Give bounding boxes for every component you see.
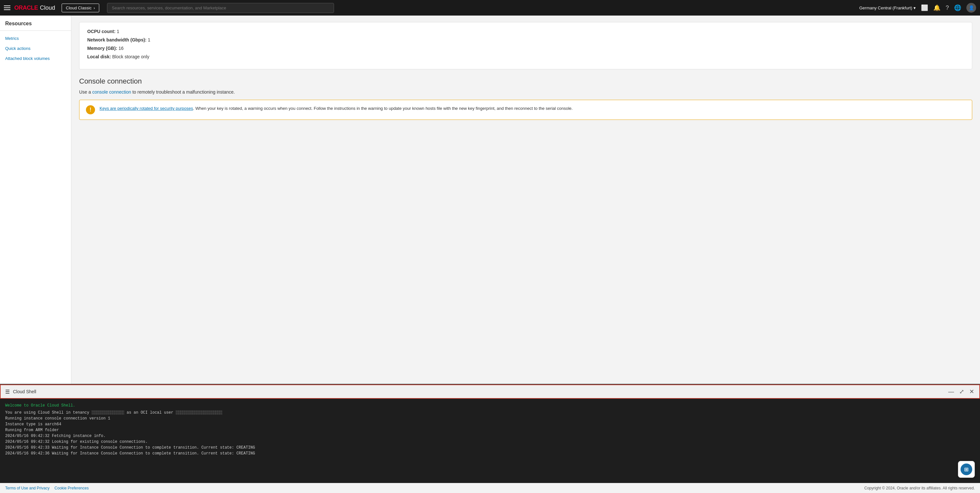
region-label: Germany Central (Frankfurt)	[859, 5, 912, 10]
nav-right-controls: Germany Central (Frankfurt) ▾ ⬜ 🔔 ? 🌐 👤	[859, 3, 976, 13]
help-icon[interactable]: ?	[946, 5, 949, 11]
search-bar[interactable]	[107, 3, 334, 13]
memory-row: Memory (GB): 16	[87, 46, 964, 51]
description-prefix: Use a	[79, 89, 92, 95]
sidebar-item-attached-block-volumes[interactable]: Attached block volumes	[0, 54, 71, 63]
terminal-line: 2024/05/16 09:42:32 Looking for existing…	[5, 439, 975, 445]
cookie-link[interactable]: Cookie Preferences	[54, 486, 89, 490]
warning-text: Keys are periodically rotated for securi…	[100, 105, 573, 112]
network-value: 1	[148, 37, 151, 43]
memory-value: 16	[118, 46, 124, 51]
content-area: Resources Metrics Quick actions Attached…	[0, 16, 980, 384]
globe-icon[interactable]: 🌐	[954, 4, 961, 11]
terminal-line: Instance type is aarch64	[5, 422, 975, 427]
help-bubble-icon: ⊞	[961, 463, 972, 475]
user-icon: 👤	[969, 5, 974, 10]
footer-copyright: Copyright © 2024, Oracle and/or its affi…	[864, 486, 975, 490]
chevron-down-icon: ▾	[913, 5, 916, 10]
sidebar-title: Resources	[0, 21, 71, 31]
local-disk-label: Local disk:	[87, 54, 111, 59]
cloud-shell-header: ☰ Cloud Shell — ⤢ ✕	[0, 385, 980, 399]
console-connection-section: Console connection Use a console connect…	[79, 77, 972, 120]
top-navigation: ORACLE Cloud Cloud Classic › Germany Cen…	[0, 0, 980, 16]
search-input[interactable]	[107, 3, 334, 13]
footer: Terms of Use and Privacy Cookie Preferen…	[0, 483, 980, 493]
ocpu-label: OCPU count:	[87, 29, 115, 34]
local-disk-value: Block storage only	[112, 54, 149, 59]
cloud-shell-hamburger-icon[interactable]: ☰	[5, 389, 10, 395]
help-bubble[interactable]: ⊞	[958, 461, 975, 478]
cloud-classic-button[interactable]: Cloud Classic ›	[62, 3, 99, 12]
main-content: OCPU count: 1 Network bandwidth (Gbps): …	[72, 16, 980, 384]
warning-body: . When your key is rotated, a warning oc…	[193, 106, 573, 111]
description-suffix: to remotely troubleshoot a malfunctionin…	[131, 89, 235, 95]
ocpu-count-row: OCPU count: 1	[87, 29, 964, 34]
hamburger-menu-icon[interactable]	[4, 5, 10, 10]
terminal-line: Running instance console connection vers…	[5, 415, 975, 422]
cloud-shell-title: Cloud Shell	[13, 389, 36, 394]
local-disk-row: Local disk: Block storage only	[87, 54, 964, 59]
network-label: Network bandwidth (Gbps):	[87, 37, 146, 43]
memory-label: Memory (GB):	[87, 46, 118, 51]
shell-controls: — ⤢ ✕	[948, 387, 975, 396]
close-button[interactable]: ✕	[969, 387, 975, 396]
terminal-line: 2024/05/16 09:42:33 Waiting for Instance…	[5, 445, 975, 450]
warning-icon: !	[86, 105, 95, 114]
terminal-lines: You are using Cloud Shell in tenancy ░░░…	[5, 410, 975, 457]
console-connection-description: Use a console connection to remotely tro…	[79, 89, 972, 95]
terminal-welcome-text: Welcome to Oracle Cloud Shell.	[5, 403, 975, 408]
terminal-line: You are using Cloud Shell in tenancy ░░░…	[5, 410, 975, 415]
terminal-line: 2024/05/16 09:42:32 Fetching instance in…	[5, 433, 975, 439]
sidebar: Resources Metrics Quick actions Attached…	[0, 16, 72, 384]
sidebar-item-metrics[interactable]: Metrics	[0, 33, 71, 43]
network-bandwidth-row: Network bandwidth (Gbps): 1	[87, 37, 964, 43]
console-connection-title: Console connection	[79, 77, 972, 86]
terminal-icon[interactable]: ⬜	[921, 4, 928, 11]
warning-box: ! Keys are periodically rotated for secu…	[79, 100, 972, 120]
sidebar-item-quick-actions[interactable]: Quick actions	[0, 43, 71, 54]
terminal-line: 2024/05/16 09:42:36 Waiting for Instance…	[5, 450, 975, 457]
warning-link[interactable]: Keys are periodically rotated for securi…	[100, 106, 193, 111]
main-layout: Resources Metrics Quick actions Attached…	[0, 16, 980, 483]
console-connection-link[interactable]: console connection	[92, 89, 131, 95]
bell-icon[interactable]: 🔔	[933, 4, 940, 11]
terminal-body[interactable]: Welcome to Oracle Cloud Shell. You are u…	[0, 399, 980, 483]
cloud-brand-text: Cloud	[40, 5, 55, 11]
minimize-button[interactable]: —	[948, 388, 955, 396]
ocpu-value: 1	[117, 29, 119, 34]
terms-link[interactable]: Terms of Use and Privacy	[5, 486, 49, 490]
info-card: OCPU count: 1 Network bandwidth (Gbps): …	[79, 22, 972, 69]
oracle-brand-text: ORACLE	[14, 5, 38, 11]
footer-left: Terms of Use and Privacy Cookie Preferen…	[5, 486, 92, 490]
oracle-logo: ORACLE Cloud	[14, 5, 55, 11]
region-selector[interactable]: Germany Central (Frankfurt) ▾	[859, 5, 916, 10]
maximize-button[interactable]: ⤢	[959, 387, 965, 396]
terminal-line: Running from ARM folder	[5, 427, 975, 433]
cloud-shell-panel: ☰ Cloud Shell — ⤢ ✕ Welcome to Oracle Cl…	[0, 384, 980, 483]
user-avatar[interactable]: 👤	[966, 3, 976, 13]
